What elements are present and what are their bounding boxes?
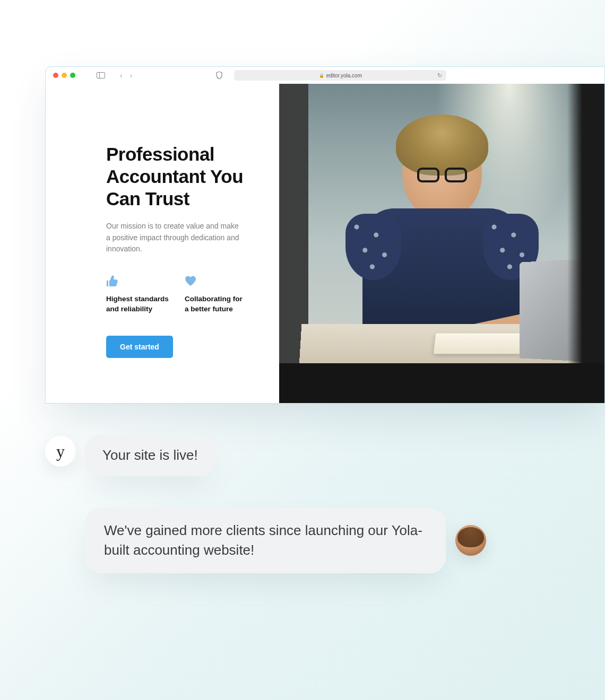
nav-back-icon[interactable]: ‹: [120, 71, 123, 80]
window-controls: [53, 73, 75, 78]
website-preview: Professional Accountant You Can Trust Ou…: [46, 84, 604, 403]
lock-icon: 🔒: [319, 73, 324, 78]
chat-message-user: We've gained more clients since launchin…: [85, 508, 499, 573]
feature-item: Collaborating for a better future: [185, 275, 247, 314]
address-bar[interactable]: 🔒 editor.yola.com ↻: [234, 70, 446, 81]
hero-image: [279, 84, 604, 403]
hero-body: Our mission is to create value and make …: [106, 221, 244, 255]
browser-chrome: ‹ › 🔒 editor.yola.com ↻: [46, 67, 604, 84]
address-bar-url: editor.yola.com: [326, 73, 362, 78]
chat-message-yola: y Your site is live!: [45, 435, 499, 476]
get-started-button[interactable]: Get started: [106, 336, 173, 358]
feature-item: Highest standards and reliability: [106, 275, 170, 314]
maximize-window-icon[interactable]: [70, 73, 75, 78]
user-avatar: [455, 525, 486, 556]
hero-left-panel: Professional Accountant You Can Trust Ou…: [46, 84, 279, 403]
minimize-window-icon[interactable]: [62, 73, 67, 78]
photo-scene: [279, 84, 604, 403]
yola-avatar: y: [45, 436, 76, 467]
chat-bubble: We've gained more clients since launchin…: [85, 508, 446, 573]
chat-bubble: Your site is live!: [84, 435, 216, 476]
heart-icon: [185, 275, 247, 287]
feature-title: Highest standards and reliability: [106, 294, 170, 314]
chat-area: y Your site is live! We've gained more c…: [45, 435, 499, 605]
close-window-icon[interactable]: [53, 73, 58, 78]
reload-icon[interactable]: ↻: [437, 72, 442, 79]
sidebar-toggle-icon[interactable]: [97, 72, 105, 78]
feature-title: Collaborating for a better future: [185, 294, 247, 314]
privacy-shield-icon[interactable]: [216, 72, 222, 79]
browser-mockup: ‹ › 🔒 editor.yola.com ↻ Professional Acc…: [45, 66, 605, 404]
nav-forward-icon[interactable]: ›: [130, 71, 133, 80]
hero-heading: Professional Accountant You Can Trust: [106, 143, 247, 210]
nav-arrows: ‹ ›: [120, 71, 132, 80]
thumbs-up-icon: [106, 275, 170, 287]
feature-list: Highest standards and reliability Collab…: [106, 275, 247, 314]
